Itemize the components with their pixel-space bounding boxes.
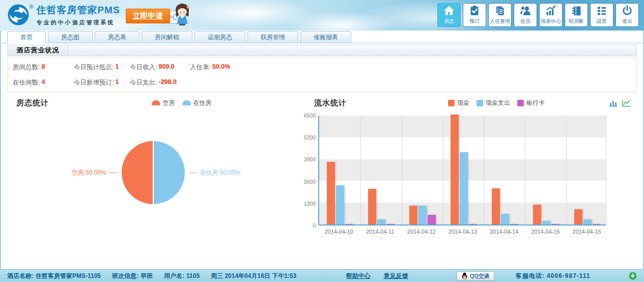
vertical-gridline [360, 116, 361, 224]
vertical-gridline [443, 116, 443, 224]
nav-report-center[interactable]: 报表中心 [539, 3, 563, 27]
x-tick-label: 2014-04-10 [318, 229, 359, 235]
nav-logout[interactable]: 退出 [615, 3, 639, 27]
tab-room-unlock[interactable]: 房间解锁 [142, 31, 192, 43]
stats-row: 在住间数: 4 今日新增预订: 1 今日支出: -298.0 [13, 78, 631, 87]
tab-room-status-table[interactable]: 房态表 [95, 31, 139, 43]
x-tick-label: 2014-04-11 [359, 229, 401, 235]
qq-chat-button[interactable]: QQ交谈 [457, 271, 494, 280]
line-chart-toggle-icon[interactable] [622, 99, 631, 107]
app-footer: 酒店名称:住哲客房管家PMS-1105 班次信息:早班 用户名:1105 周三 … [0, 269, 644, 282]
stat-new-bookings: 今日新增预订: 1 [74, 78, 130, 87]
nav-settings[interactable]: 设置 [590, 3, 613, 27]
chart-type-toggles [606, 99, 637, 107]
bar-现金支出-2014-04-14 [501, 214, 509, 224]
nav-label: 报表中心 [541, 18, 561, 25]
stat-occupied-rooms: 在住间数: 4 [13, 78, 74, 87]
x-axis-labels: 2014-04-102014-04-112014-04-122014-04-13… [318, 229, 607, 235]
bar-现金支出-2014-04-12 [418, 206, 427, 224]
bar-现金-2014-04-10 [327, 162, 335, 224]
vertical-gridline [566, 116, 567, 224]
y-axis: 013002600390052006500 [305, 116, 318, 225]
legend-item-occupied[interactable]: 在住房 [182, 99, 212, 107]
bar-现金支出-2014-04-15 [542, 221, 550, 224]
legend-item-vacant[interactable]: 空房 [152, 99, 175, 107]
leader-line [109, 173, 118, 173]
tab-home[interactable]: 首页 [7, 31, 46, 43]
cash-expense-swatch [477, 100, 483, 106]
bar-现金-2014-04-15 [533, 205, 541, 224]
stat-occupancy-rate: 入住率: 50.0% [190, 63, 230, 72]
nav-room-status[interactable]: 房态 [437, 3, 461, 27]
feedback-link[interactable]: 意见反馈 [384, 272, 408, 280]
trademark-symbol: ® [30, 4, 33, 10]
app-header: ® 住哲客房管家PMS 专业的中小酒店管理系统 中心 立即申请 房态 [0, 0, 644, 31]
service-phone: 客服电话: 4006-987-111 [516, 272, 591, 280]
bar-现金-2014-04-14 [492, 188, 500, 224]
nav-label: 退出 [622, 18, 632, 25]
tab-room-status-map[interactable]: 房态图 [48, 31, 93, 43]
y-tick-label: 6500 [302, 112, 316, 119]
main-nav: 房态 预订 入住查询 [437, 3, 639, 27]
leader-line [189, 173, 197, 173]
footer-shift-info: 班次信息:早班 [112, 272, 153, 280]
bar-chart-toggle-icon[interactable] [609, 99, 618, 107]
service-girl-illustration [172, 2, 193, 30]
cashflow-chart-title: 流水统计 [305, 98, 386, 108]
footer-hotel-name: 酒店名称:住哲客房管家PMS-1105 [7, 272, 101, 280]
section-title: 酒店营业状况 [8, 45, 69, 55]
nav-label: 入住查询 [490, 18, 510, 25]
bar-银行卡-2014-04-11 [386, 224, 395, 224]
bar-银行卡-2014-04-15 [551, 224, 559, 224]
power-icon [621, 5, 633, 17]
content-wrapper: 首页 房态图 房态表 房间解锁 远期房态 联房管理 催账报表 酒店营业状况 房间… [0, 31, 644, 269]
y-tick-label: 2600 [302, 179, 316, 185]
nav-checkin-query[interactable]: 入住查询 [488, 3, 512, 27]
nav-room-ledger[interactable]: 旺房帐 [565, 3, 588, 27]
ledger-icon [570, 5, 582, 17]
room-status-legend: 空房 在住房 [89, 99, 274, 107]
help-center-link[interactable]: 帮助中心 [346, 272, 371, 280]
tab-linked-rooms[interactable]: 联房管理 [247, 31, 298, 43]
bar-银行卡-2014-04-12 [428, 215, 436, 224]
room-status-pie: 空房:50.00% 在住房:50.00% [7, 140, 305, 205]
stats-row: 房间总数: 8 今日预计抵店: 1 今日收入: 900.0 入住率: 50.0% [13, 63, 631, 72]
nav-booking[interactable]: 预订 [463, 3, 486, 27]
tab-bar: 首页 房态图 房态表 房间解锁 远期房态 联房管理 催账报表 [1, 31, 643, 43]
y-tick-label: 1300 [302, 201, 316, 207]
vertical-gridline [484, 116, 484, 224]
logo-text: 住哲客房管家PMS 专业的中小酒店管理系统 [36, 4, 120, 26]
bar-现金支出-2014-04-13 [460, 152, 468, 224]
bar-现金支出-2014-04-16 [583, 219, 592, 224]
stat-total-rooms: 房间总数: 8 [13, 63, 74, 72]
tab-future-room-status[interactable]: 远期房态 [194, 31, 245, 43]
nav-label: 设置 [597, 18, 607, 25]
settings-list-icon [596, 5, 608, 17]
legend-item-bank-card[interactable]: 银行卡 [517, 99, 545, 107]
vertical-gridline [525, 116, 525, 224]
clipboard-check-icon [468, 5, 481, 17]
main-content: 酒店营业状况 房间总数: 8 今日预计抵店: 1 今日收入: 900.0 入住率… [1, 45, 643, 271]
x-tick-label: 2014-04-14 [484, 229, 525, 235]
bar-现金支出-2014-04-11 [377, 219, 385, 224]
documents-icon [494, 5, 506, 17]
nav-label: 会员 [520, 18, 530, 25]
legend-item-cash-expense[interactable]: 现金支出 [477, 99, 510, 107]
cashflow-chart-head: 流水统计 现金 现金支出 银行卡 [305, 96, 637, 109]
legend-item-cash[interactable]: 现金 [448, 99, 469, 107]
nav-members[interactable]: 会员 [514, 3, 537, 27]
chart-growth-icon [545, 5, 557, 17]
nav-label: 房态 [444, 18, 454, 25]
apply-now-button[interactable]: 立即申请 [126, 9, 170, 23]
pie-chart [121, 140, 186, 205]
app-title: 住哲客房管家PMS [36, 4, 120, 17]
bar-银行卡-2014-04-10 [345, 224, 353, 224]
bar-plot-area [318, 116, 606, 225]
y-tick-label: 5200 [302, 134, 316, 140]
room-status-chart-panel: 房态统计 空房 在住房 空房:50.00% [7, 95, 305, 235]
collapse-footer-icon[interactable] [629, 272, 637, 280]
footer-links: 帮助中心 意见反馈 [346, 272, 408, 280]
x-tick-label: 2014-04-13 [442, 229, 483, 235]
bank-card-swatch [517, 100, 524, 106]
tab-debt-report[interactable]: 催账报表 [300, 31, 351, 43]
